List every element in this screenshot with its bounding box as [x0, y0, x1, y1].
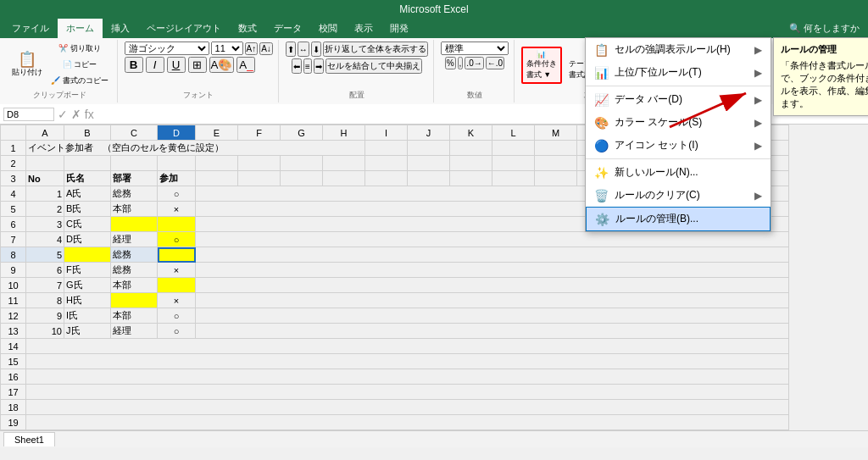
cell-G2[interactable]	[281, 156, 323, 171]
cell-B5[interactable]: B氏	[64, 202, 111, 217]
cell-A13[interactable]: 10	[26, 324, 64, 339]
cell-C6[interactable]	[111, 217, 158, 232]
cell-C8[interactable]: 総務	[111, 247, 158, 263]
cell-rest8[interactable]	[196, 247, 789, 263]
col-header-E[interactable]: E	[196, 125, 238, 141]
conditional-format-button[interactable]: 📊 条件付き書式 ▼	[521, 47, 562, 84]
row-header-6[interactable]: 6	[1, 217, 26, 232]
cell-C9[interactable]: 総務	[111, 263, 158, 278]
cut-button[interactable]: ✂️ 切り取り	[47, 42, 112, 56]
row-header-8[interactable]: 8	[1, 247, 26, 263]
cell-A6[interactable]: 3	[26, 217, 64, 232]
cell-K2[interactable]	[450, 156, 492, 171]
font-size-increase-button[interactable]: A↑	[245, 42, 259, 55]
cell-B4[interactable]: A氏	[64, 186, 111, 202]
row-header-10[interactable]: 10	[1, 278, 26, 293]
row-header-9[interactable]: 9	[1, 263, 26, 278]
increase-decimal-button[interactable]: .0→	[465, 57, 483, 69]
cell-I3[interactable]	[365, 171, 408, 186]
cell-D3[interactable]: 参加	[158, 171, 196, 186]
cell-B2[interactable]	[64, 156, 111, 171]
col-header-D[interactable]: D	[158, 125, 196, 141]
tab-home[interactable]: ホーム	[58, 19, 103, 38]
cell-A2[interactable]	[26, 156, 64, 171]
decrease-decimal-button[interactable]: ←.0	[486, 57, 504, 69]
italic-button[interactable]: I	[146, 57, 164, 73]
cell-I2[interactable]	[365, 156, 408, 171]
col-header-K[interactable]: K	[450, 125, 492, 141]
tab-file[interactable]: ファイル	[3, 19, 58, 38]
cell-rest13[interactable]	[196, 324, 789, 339]
cell-A11[interactable]: 8	[26, 293, 64, 308]
tab-insert[interactable]: 挿入	[103, 19, 138, 38]
cell-B10[interactable]: G氏	[64, 278, 111, 293]
align-left-button[interactable]: ⬅	[292, 58, 302, 74]
cell-D11[interactable]: ×	[158, 293, 196, 308]
cell-B12[interactable]: I氏	[64, 308, 111, 324]
cell-I1[interactable]	[365, 141, 408, 156]
cell-H3[interactable]	[323, 171, 365, 186]
col-header-M[interactable]: M	[535, 125, 577, 141]
align-middle-button[interactable]: ↔	[298, 42, 309, 57]
cell-F2[interactable]	[238, 156, 281, 171]
col-header-J[interactable]: J	[408, 125, 450, 141]
cell-A7[interactable]: 4	[26, 232, 64, 247]
tab-view[interactable]: 表示	[346, 19, 381, 38]
tab-data[interactable]: データ	[265, 19, 310, 38]
align-right-button[interactable]: ➡	[314, 58, 324, 74]
cell-J1[interactable]	[408, 141, 450, 156]
cell-C12[interactable]: 本部	[111, 308, 158, 324]
cell-L1[interactable]	[492, 141, 535, 156]
tab-dev[interactable]: 開発	[381, 19, 417, 38]
cell-K1[interactable]	[450, 141, 492, 156]
align-top-button[interactable]: ⬆	[286, 42, 296, 57]
col-header-L[interactable]: L	[492, 125, 535, 141]
cell-C5[interactable]: 本部	[111, 202, 158, 217]
menu-item-topbottom[interactable]: 📊 上位/下位ルール(T) ▶	[586, 61, 771, 84]
cell-B13[interactable]: J氏	[64, 324, 111, 339]
merge-center-button[interactable]: セルを結合して中央揃え	[326, 58, 422, 74]
fill-color-button[interactable]: A🎨	[209, 57, 235, 73]
cell-ref-input[interactable]	[3, 108, 54, 121]
cell-A10[interactable]: 7	[26, 278, 64, 293]
bold-button[interactable]: B	[125, 57, 143, 73]
copy-button[interactable]: 📄 コピー	[47, 58, 112, 72]
font-color-button[interactable]: A_	[236, 57, 255, 73]
row-header-2[interactable]: 2	[1, 156, 26, 171]
col-header-F[interactable]: F	[238, 125, 281, 141]
row-header-1[interactable]: 1	[1, 141, 26, 156]
cell-C3[interactable]: 部署	[111, 171, 158, 186]
font-size-decrease-button[interactable]: A↓	[259, 42, 273, 55]
cell-D5[interactable]: ×	[158, 202, 196, 217]
cell-A3[interactable]: No	[26, 171, 64, 186]
menu-item-colorscale[interactable]: 🎨 カラー スケール(S) ▶	[586, 111, 771, 134]
underline-button[interactable]: U	[167, 57, 186, 73]
cell-J2[interactable]	[408, 156, 450, 171]
cell-D9[interactable]: ×	[158, 263, 196, 278]
cell-D12[interactable]: ○	[158, 308, 196, 324]
cell-rest12[interactable]	[196, 308, 789, 324]
cell-D10[interactable]	[158, 278, 196, 293]
col-header-B[interactable]: B	[64, 125, 111, 141]
col-header-A[interactable]: A	[26, 125, 64, 141]
cell-D6[interactable]	[158, 217, 196, 232]
comma-button[interactable]: ,	[458, 57, 464, 69]
cell-C10[interactable]: 本部	[111, 278, 158, 293]
cell-C11[interactable]	[111, 293, 158, 308]
number-format-select[interactable]: 標準	[441, 42, 509, 55]
menu-item-databar[interactable]: 📈 データ バー(D) ▶	[586, 88, 771, 111]
align-bottom-button[interactable]: ⬇	[311, 42, 321, 57]
cell-M1[interactable]	[535, 141, 577, 156]
cell-D13[interactable]: ○	[158, 324, 196, 339]
cell-L3[interactable]	[492, 171, 535, 186]
cell-A8[interactable]: 5	[26, 247, 64, 263]
row-header-4[interactable]: 4	[1, 186, 26, 202]
cell-B8[interactable]	[64, 247, 111, 263]
menu-item-managerule[interactable]: ⚙️ ルールの管理(B)...	[586, 207, 771, 231]
format-painter-button[interactable]: 🖌️ 書式のコピー	[47, 74, 112, 88]
menu-item-highlight[interactable]: 📋 セルの強調表示ルール(H) ▶	[586, 38, 771, 61]
row-header-13[interactable]: 13	[1, 324, 26, 339]
cell-rest10[interactable]	[196, 278, 789, 293]
cell-D2[interactable]	[158, 156, 196, 171]
cell-B11[interactable]: H氏	[64, 293, 111, 308]
